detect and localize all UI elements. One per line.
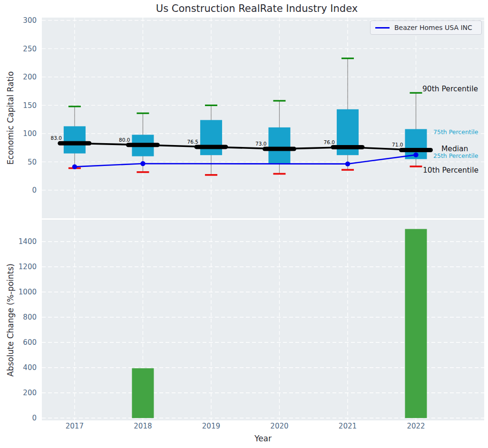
x-tick-label: 2021 (339, 422, 357, 430)
x-tick-label: 2019 (202, 422, 220, 430)
x-tick-label: 2022 (407, 422, 425, 430)
y-tick-label-bottom: 1000 (19, 288, 37, 296)
median-value-label-2018: 80.0 (119, 137, 130, 143)
legend: Beazer Homes USA INC (370, 20, 482, 35)
y-tick-label-top: 300 (23, 16, 37, 25)
y-tick-label-top: 150 (23, 101, 37, 110)
y-tick-label-top: 250 (23, 45, 37, 53)
y-tick-label-bottom: 400 (23, 363, 37, 372)
chart-title: Us Construction RealRate Industry Index (156, 3, 358, 14)
annotation-25th-percentile: 25th Percentile (433, 152, 478, 159)
chart-canvas: 0501001502002503000200400600800100012001… (0, 0, 488, 448)
annotation-10th-percentile: 10th Percentile (423, 166, 478, 175)
median-value-label-2021: 76.0 (324, 139, 335, 145)
company-series-marker (345, 161, 350, 166)
y-axis-label-bottom: Absolute Change (%-points) (6, 263, 15, 377)
y-tick-label-top: 100 (23, 129, 37, 138)
median-value-label-2022: 71.0 (392, 142, 403, 147)
company-series-marker (413, 152, 418, 157)
y-tick-label-top: 50 (28, 158, 37, 166)
change-bar-2018 (132, 368, 154, 418)
y-tick-label-top: 200 (23, 73, 37, 81)
x-tick-label: 2017 (66, 422, 84, 430)
y-tick-label-bottom: 200 (23, 389, 37, 397)
x-tick-label: 2020 (270, 422, 288, 430)
company-series-marker (72, 164, 77, 169)
median-value-label-2017: 83.0 (50, 135, 61, 141)
change-bar-2022 (405, 229, 427, 418)
x-axis-label: Year (254, 434, 272, 443)
y-tick-label-bottom: 800 (23, 313, 37, 321)
median-value-label-2019: 76.5 (187, 139, 198, 145)
y-axis-label-top: Economic Capital Ratio (6, 71, 15, 165)
percentile-box-2017 (64, 126, 86, 153)
y-tick-label-bottom: 0 (32, 414, 37, 422)
median-value-label-2020: 73.0 (255, 141, 266, 146)
annotation-90th-percentile: 90th Percentile (422, 85, 478, 93)
plot-area-top (42, 18, 484, 218)
company-series-marker (140, 161, 145, 166)
legend-line-sample (375, 27, 390, 29)
annotation-75th-percentile: 75th Percentile (433, 128, 478, 136)
y-tick-label-bottom: 1400 (19, 237, 37, 246)
x-tick-label: 2018 (134, 422, 152, 430)
y-tick-label-top: 0 (32, 186, 37, 195)
y-tick-label-bottom: 600 (23, 338, 37, 347)
legend-series-label: Beazer Homes USA INC (394, 24, 472, 31)
percentile-box-2020 (268, 127, 290, 164)
figure: 0501001502002503000200400600800100012001… (0, 0, 488, 448)
y-tick-label-bottom: 1200 (19, 263, 37, 271)
percentile-box-2019 (200, 120, 222, 155)
